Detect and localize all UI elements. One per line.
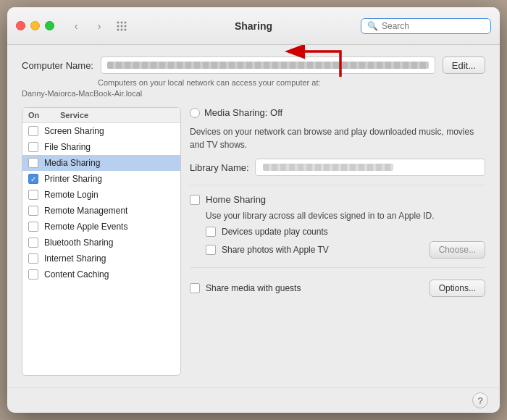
library-name-input[interactable]: [255, 159, 485, 176]
list-item[interactable]: Remote Management: [22, 203, 180, 219]
devices-update-row: Devices update play counts: [206, 227, 485, 237]
svg-point-4: [121, 25, 123, 27]
computer-name-input[interactable]: [101, 56, 435, 74]
titlebar: ‹ › Sharing 🔍: [7, 7, 500, 45]
home-sharing-section: Home Sharing Use your library across all…: [190, 194, 485, 259]
media-sharing-desc: Devices on your network can browse and p…: [190, 125, 485, 151]
list-item[interactable]: Remote Apple Events: [22, 219, 180, 235]
services-list: Screen Sharing File Sharing Media Sharin…: [22, 123, 180, 375]
window-title: Sharing: [235, 20, 272, 32]
service-checkbox-screen-sharing[interactable]: [28, 126, 38, 136]
traffic-lights: [16, 21, 54, 30]
service-checkbox-printer-sharing[interactable]: ✓: [28, 174, 38, 184]
svg-point-8: [125, 28, 127, 30]
divider-2: [190, 267, 485, 268]
devices-update-checkbox[interactable]: [206, 227, 216, 237]
home-sharing-checkbox[interactable]: [190, 195, 200, 205]
svg-point-1: [121, 21, 123, 23]
svg-point-5: [125, 25, 127, 27]
service-name-media-sharing: Media Sharing: [44, 158, 100, 168]
svg-point-0: [117, 21, 120, 23]
svg-point-7: [121, 28, 123, 30]
details-panel: Media Sharing: Off Devices on your netwo…: [190, 107, 485, 376]
service-checkbox-remote-management[interactable]: [28, 206, 38, 216]
svg-point-3: [117, 25, 120, 27]
list-item[interactable]: Content Caching: [22, 266, 180, 282]
share-guests-label: Share media with guests: [206, 283, 424, 293]
close-button[interactable]: [16, 21, 25, 30]
service-checkbox-media-sharing[interactable]: [28, 158, 38, 168]
help-button[interactable]: ?: [472, 392, 488, 408]
computer-name-label: Computer Name:: [22, 60, 93, 71]
grid-icon[interactable]: [115, 20, 128, 33]
search-input[interactable]: [382, 21, 485, 31]
computer-name-row: Computer Name: Edit...: [22, 56, 485, 74]
service-name-bluetooth-sharing: Bluetooth Sharing: [44, 238, 113, 248]
list-item[interactable]: Media Sharing: [22, 155, 180, 171]
divider: [190, 185, 485, 185]
service-checkbox-content-caching[interactable]: [28, 269, 38, 280]
panels: On Service Screen Sharing File Sharing: [22, 107, 485, 376]
list-item[interactable]: Remote Login: [22, 187, 180, 203]
computer-name-value: [107, 62, 429, 69]
header-service: Service: [60, 111, 88, 119]
service-checkbox-bluetooth-sharing[interactable]: [28, 238, 38, 248]
share-guests-checkbox[interactable]: [190, 283, 200, 293]
back-button[interactable]: ‹: [66, 18, 86, 34]
bottom-bar: ?: [7, 387, 500, 413]
media-sharing-radio-row: Media Sharing: Off: [190, 107, 485, 118]
search-box[interactable]: 🔍: [361, 18, 491, 34]
share-guests-row: Share media with guests Options...: [190, 280, 485, 297]
main-content: Computer Name: Edit... Computers on your…: [7, 45, 500, 387]
computer-name-sublabel: Computers on your local network can acce…: [22, 78, 321, 98]
service-checkbox-file-sharing[interactable]: [28, 142, 38, 152]
library-name-label: Library Name:: [190, 162, 249, 173]
choose-button[interactable]: Choose...: [430, 241, 485, 259]
service-name-remote-login: Remote Login: [44, 190, 99, 200]
home-sharing-label: Home Sharing: [206, 194, 266, 205]
service-checkbox-remote-login[interactable]: [28, 190, 38, 200]
maximize-button[interactable]: [45, 21, 54, 30]
service-checkbox-internet-sharing[interactable]: [28, 253, 38, 264]
devices-update-label: Devices update play counts: [222, 227, 328, 237]
home-sharing-row: Home Sharing: [190, 194, 485, 205]
service-name-file-sharing: File Sharing: [44, 142, 91, 152]
share-photos-row: Share photos with Apple TV Choose...: [206, 241, 485, 259]
services-header: On Service: [22, 108, 180, 123]
share-photos-label: Share photos with Apple TV: [222, 245, 424, 255]
computer-name-section: Computer Name: Edit... Computers on your…: [22, 56, 485, 98]
service-name-remote-apple-events: Remote Apple Events: [44, 222, 127, 232]
nav-buttons: ‹ ›: [66, 18, 109, 34]
edit-button[interactable]: Edit...: [443, 56, 485, 74]
service-name-content-caching: Content Caching: [44, 269, 109, 280]
options-button[interactable]: Options...: [430, 280, 485, 297]
forward-button[interactable]: ›: [89, 18, 109, 34]
services-panel: On Service Screen Sharing File Sharing: [22, 107, 181, 376]
media-sharing-radio[interactable]: [190, 108, 200, 118]
service-name-printer-sharing: Printer Sharing: [44, 174, 102, 184]
list-item[interactable]: ✓ Printer Sharing: [22, 171, 180, 187]
service-checkbox-remote-apple-events[interactable]: [28, 222, 38, 232]
svg-point-2: [125, 21, 127, 23]
library-name-row: Library Name:: [190, 159, 485, 176]
list-item[interactable]: Internet Sharing: [22, 251, 180, 266]
home-sharing-desc: Use your library across all devices sign…: [206, 209, 485, 222]
library-name-value: [263, 164, 393, 171]
media-sharing-status: Media Sharing: Off: [204, 107, 282, 118]
list-item[interactable]: Bluetooth Sharing: [22, 235, 180, 251]
service-name-screen-sharing: Screen Sharing: [44, 126, 104, 136]
service-name-internet-sharing: Internet Sharing: [44, 253, 106, 264]
service-name-remote-management: Remote Management: [44, 206, 127, 216]
svg-point-6: [117, 28, 120, 30]
main-window: ‹ › Sharing 🔍 Compute: [7, 7, 500, 413]
list-item[interactable]: File Sharing: [22, 139, 180, 155]
search-icon: 🔍: [367, 21, 378, 31]
header-on: On: [28, 111, 46, 119]
share-photos-checkbox[interactable]: [206, 245, 216, 255]
list-item[interactable]: Screen Sharing: [22, 123, 180, 139]
minimize-button[interactable]: [30, 21, 40, 30]
